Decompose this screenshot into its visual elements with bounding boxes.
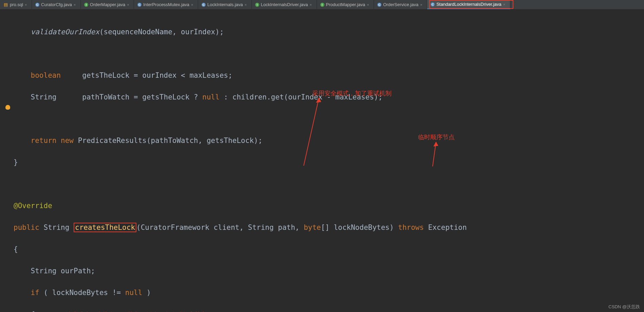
watermark: CSDN @沃恁跌: [608, 304, 640, 310]
code-line: if ( lockNodeBytes != null ): [14, 287, 644, 298]
tab-label: ProductMapper.java: [326, 2, 365, 7]
tab-label: CuratorCfg.java: [41, 2, 72, 7]
annotation-box-method-name: createsTheLock: [74, 223, 136, 232]
close-icon[interactable]: ×: [127, 3, 130, 7]
annotation-label-safemode: 采用安全模式，加了重试机制: [312, 89, 392, 97]
code-line: return new PredicateResults(pathToWatch,…: [14, 135, 644, 146]
tab-lockinternalsdriver[interactable]: I LockInternalsDriver.java ×: [252, 0, 317, 9]
tab-label: LockInternals.java: [207, 2, 243, 7]
class-icon: C: [202, 3, 206, 7]
code-line: boolean getsTheLock = ourIndex < maxLeas…: [14, 70, 644, 81]
code-line: [14, 179, 644, 189]
close-icon[interactable]: ×: [245, 3, 248, 7]
annotation-label-ephemeral: 临时顺序节点: [418, 133, 455, 141]
close-icon[interactable]: ×: [25, 3, 28, 7]
annotation-arrow-ephemeral: [429, 142, 443, 169]
svg-line-0: [304, 98, 319, 166]
tab-label: OrderMapper.java: [90, 2, 125, 7]
code-line: @Override: [14, 200, 644, 211]
class-icon: C: [377, 3, 381, 7]
svg-marker-1: [316, 98, 321, 103]
close-icon[interactable]: ×: [503, 2, 507, 6]
tab-pro-sql[interactable]: ▤ pro.sql ×: [0, 0, 32, 9]
code-line: {: [14, 244, 644, 255]
close-icon[interactable]: ×: [367, 3, 370, 7]
tab-label: StandardLockInternalsDriver.java: [436, 2, 501, 7]
interface-icon: I: [255, 3, 259, 7]
svg-marker-3: [434, 142, 438, 146]
tab-bar: ▤ pro.sql × C CuratorCfg.java × I OrderM…: [0, 0, 644, 10]
tab-ordermapper[interactable]: I OrderMapper.java ×: [81, 0, 134, 9]
code-line: }: [14, 157, 644, 168]
tab-standardlockinternalsdriver[interactable]: C StandardLockInternalsDriver.java ×: [427, 0, 510, 9]
code-line: [14, 48, 644, 59]
close-icon[interactable]: ×: [74, 3, 77, 7]
interface-icon: I: [84, 3, 88, 7]
tab-lockinternals[interactable]: C LockInternals.java ×: [198, 0, 252, 9]
tab-interprocessmutex[interactable]: C InterProcessMutex.java ×: [134, 0, 198, 9]
code-line: [14, 113, 644, 124]
close-icon[interactable]: ×: [420, 3, 423, 7]
tab-label: pro.sql: [10, 2, 23, 7]
tab-label: LockInternalsDriver.java: [261, 2, 308, 7]
tab-curatorcfg[interactable]: C CuratorCfg.java ×: [32, 0, 81, 9]
annotation-arrow-safemode: [299, 98, 326, 169]
class-icon: C: [35, 3, 39, 7]
close-icon[interactable]: ×: [191, 3, 194, 7]
code-line: public String createsTheLock(CuratorFram…: [14, 222, 644, 233]
class-icon: C: [137, 3, 141, 7]
tab-label: InterProcessMutex.java: [143, 2, 189, 7]
code-line: String ourPath;: [14, 265, 644, 276]
code-line: validateOurIndex(sequenceNodeName, ourIn…: [14, 26, 644, 37]
close-icon[interactable]: ×: [310, 3, 313, 7]
interface-icon: I: [320, 3, 324, 7]
sql-icon: ▤: [3, 2, 8, 7]
tab-label: OrderService.java: [383, 2, 418, 7]
class-icon: C: [431, 2, 435, 6]
code-line: { // 请求进来，直接在/lock节点下创建一个临时顺序节点: [14, 309, 644, 312]
tab-orderservice[interactable]: C OrderService.java ×: [374, 0, 427, 9]
tab-productmapper[interactable]: I ProductMapper.java ×: [317, 0, 374, 9]
